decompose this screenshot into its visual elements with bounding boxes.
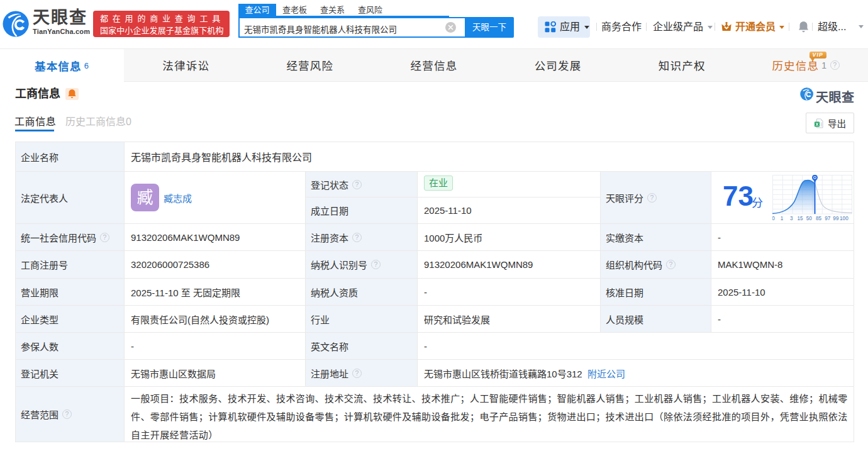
svg-text:99: 99 — [833, 216, 839, 221]
svg-text:1: 1 — [781, 216, 784, 221]
svg-text:0: 0 — [772, 216, 775, 221]
svg-text:3: 3 — [790, 216, 793, 221]
svg-text:100: 100 — [840, 216, 849, 221]
svg-text:97: 97 — [825, 216, 831, 221]
svg-text:50: 50 — [806, 216, 813, 221]
svg-text:15: 15 — [797, 216, 803, 221]
svg-text:85: 85 — [816, 216, 822, 221]
